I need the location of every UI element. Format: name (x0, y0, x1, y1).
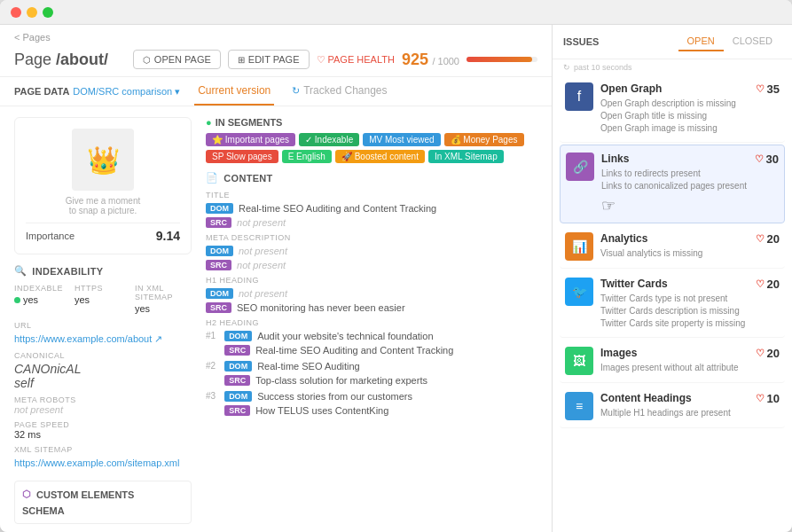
canonical-row: CANONICAL CANOnicALself (14, 351, 192, 390)
window-bar (0, 0, 792, 25)
h2-item-2: #2 DOM Real-time SEO Auditing #2 SRC Top… (206, 361, 537, 386)
headings-details: Multiple H1 headings are present (600, 407, 749, 419)
heart-icon: ♡ (756, 348, 765, 359)
heart-icon: ♡ (756, 233, 765, 245)
xml-sitemap-col: IN XML SITEMAP yes (135, 284, 192, 314)
top-actions: ⬡ OPEN PAGE ⊞ EDIT PAGE ♡ PAGE HEALTH 9 (133, 50, 537, 69)
open-closed-tabs: OPEN CLOSED (678, 32, 781, 51)
health-bar (467, 57, 532, 62)
tab-closed[interactable]: CLOSED (724, 32, 781, 51)
importance-row: Importance 9.14 (26, 223, 180, 243)
indexability-title: 🔍 INDEXABILITY (14, 265, 192, 277)
title-dom-row: DOM Real-time SEO Auditing and Content T… (206, 203, 537, 214)
content-title: 📄 CONTENT (206, 172, 537, 184)
meta-dom-row: DOM not present (206, 246, 537, 256)
open-graph-icon: f (565, 82, 593, 111)
health-score: 925 (402, 51, 428, 68)
tab-tracked-changes[interactable]: ↻ Tracked Changes (288, 77, 390, 106)
segments-section: ● IN SEGMENTS ⭐ Important pages ✓ Indexa… (206, 117, 537, 163)
issues-panel: ISSUES OPEN CLOSED ↻ past 10 seconds f O… (553, 25, 792, 532)
dom-badge: DOM (206, 246, 233, 256)
issue-open-graph[interactable]: f Open Graph Open Graph description is m… (560, 75, 785, 143)
title-label: TITLE (206, 191, 537, 200)
close-dot[interactable] (11, 7, 21, 18)
page-speed-row: PAGE SPEED 32 ms (14, 420, 192, 440)
headings-body: Content Headings Multiple H1 headings ar… (600, 392, 749, 419)
cursor-indicator: ☞ (601, 196, 748, 215)
segment-slow[interactable]: SP Slow pages (206, 150, 278, 163)
src-badge: SRC (224, 405, 250, 416)
tab-current-version[interactable]: Current version (194, 77, 274, 106)
issue-links[interactable]: 🔗 Links Links to redirects present Links… (560, 145, 785, 223)
comparison-dropdown[interactable]: DOM/SRC comparison ▾ (73, 86, 180, 98)
window-controls (11, 7, 53, 18)
headings-title: Content Headings (600, 392, 749, 404)
xml-sitemap-link[interactable]: https://www.example.com/sitemap.xml (14, 458, 179, 468)
health-bar-container (467, 57, 537, 62)
issue-images[interactable]: 🖼 Images Images present without alt attr… (560, 340, 785, 383)
analytics-body: Analytics Visual analytics is missing (600, 232, 749, 260)
analytics-title: Analytics (600, 232, 749, 245)
avatar: 👑 (72, 129, 134, 191)
twitter-icon: 🐦 (565, 278, 593, 306)
dom-badge: DOM (206, 288, 233, 299)
dom-badge: DOM (224, 391, 252, 402)
main-panel: < Pages Page /about/ ⬡ OPEN PAGE ⊞ EDIT … (0, 25, 553, 532)
segment-important[interactable]: ⭐ Important pages (206, 133, 295, 146)
app-window: < Pages Page /about/ ⬡ OPEN PAGE ⊞ EDIT … (0, 0, 792, 532)
analytics-icon: 📊 (565, 232, 593, 261)
issue-content-headings[interactable]: ≡ Content Headings Multiple H1 headings … (560, 385, 785, 428)
meta-robots-row: META ROBOTS not present (14, 395, 192, 415)
src-badge: SRC (206, 260, 231, 270)
green-dot (14, 297, 20, 303)
importance-value: 9.14 (156, 229, 180, 243)
links-title: Links (601, 153, 748, 165)
dom-badge: DOM (224, 331, 252, 341)
h2-label: H2 HEADING (206, 318, 537, 327)
h2-items: #1 DOM Audit your website's technical fo… (206, 331, 537, 416)
h2-item-3: #3 DOM Success stories from our customer… (206, 391, 537, 416)
page-speed-value: 32 ms (14, 429, 192, 440)
content-area: < Pages Page /about/ ⬡ OPEN PAGE ⊞ EDIT … (0, 25, 792, 532)
indexable-col: INDEXABLE yes (14, 284, 71, 314)
issues-label: ISSUES (563, 36, 599, 47)
segment-boosted[interactable]: 🚀 Boosted content (335, 150, 425, 163)
meta-robots-value: not present (14, 404, 192, 415)
open-page-button[interactable]: ⬡ OPEN PAGE (133, 50, 221, 69)
maximize-dot[interactable] (43, 7, 53, 18)
schema-label: SCHEMA (22, 505, 184, 516)
breadcrumb-text: < Pages (14, 32, 51, 43)
url-link[interactable]: https://www.example.com/about ↗ (14, 333, 162, 344)
meta-desc-label: META DESCRIPTION (206, 233, 537, 242)
page-data-tab-label: PAGE DATA (14, 86, 69, 97)
avatar-caption: Give me a momentto snap a picture. (66, 196, 140, 215)
src-badge: SRC (206, 217, 231, 228)
twitter-title: Twitter Cards (600, 278, 749, 290)
segment-xml[interactable]: In XML Sitemap (428, 150, 504, 163)
segment-most-viewed[interactable]: MV Most viewed (363, 133, 440, 146)
links-body: Links Links to redirects present Links t… (601, 153, 748, 215)
issue-analytics[interactable]: 📊 Analytics Visual analytics is missing … (560, 225, 785, 269)
links-details: Links to redirects present Links to cano… (601, 168, 748, 192)
heart-icon: ♡ (756, 83, 765, 95)
links-icon: 🔗 (566, 153, 594, 181)
minimize-dot[interactable] (27, 7, 37, 18)
segment-english[interactable]: E English (282, 150, 332, 163)
images-score: ♡ 20 (756, 347, 780, 360)
avatar-section: 👑 Give me a momentto snap a picture. Imp… (14, 117, 192, 254)
issue-twitter[interactable]: 🐦 Twitter Cards Twitter Cards type is no… (560, 270, 785, 338)
edit-page-button[interactable]: ⊞ EDIT PAGE (228, 50, 310, 69)
content-section: 📄 CONTENT TITLE DOM Real-time SEO Auditi… (206, 172, 537, 416)
heart-icon: ♡ (756, 278, 765, 290)
https-col: HTTPS yes (74, 284, 131, 314)
segments-header: ● IN SEGMENTS (206, 117, 537, 128)
left-column: 👑 Give me a momentto snap a picture. Imp… (14, 117, 192, 524)
open-graph-details: Open Graph description is missing Open G… (600, 98, 749, 135)
title-src-row: SRC not present (206, 217, 537, 228)
tab-open[interactable]: OPEN (678, 32, 724, 51)
meta-src-row: SRC not present (206, 260, 537, 270)
url-row: URL https://www.example.com/about ↗ (14, 321, 192, 346)
segment-money[interactable]: 💰 Money Pages (444, 133, 524, 146)
breadcrumb[interactable]: < Pages (0, 25, 552, 46)
segment-indexable[interactable]: ✓ Indexable (299, 133, 359, 146)
